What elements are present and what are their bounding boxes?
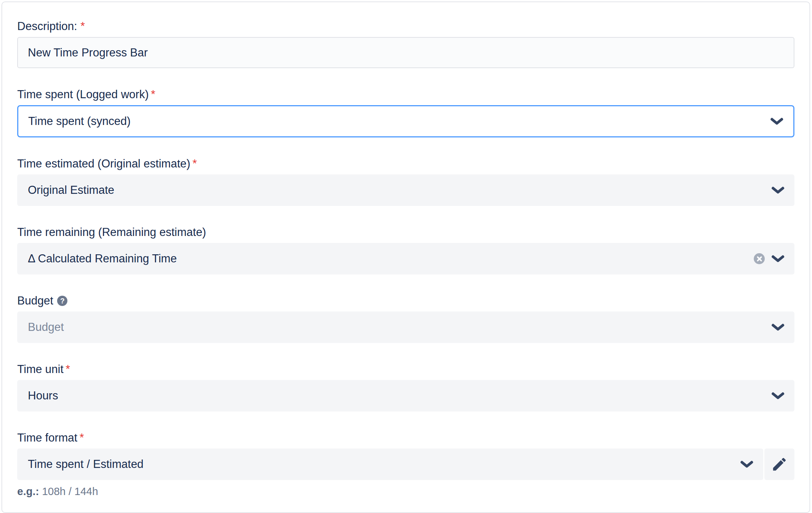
required-asterisk: *	[79, 432, 84, 444]
field-budget: Budget ? Budget	[17, 295, 794, 343]
required-asterisk: *	[81, 20, 85, 33]
chevron-down-icon	[771, 254, 785, 263]
chevron-down-icon	[771, 185, 785, 195]
time-format-row: Time spent / Estimated	[17, 449, 794, 480]
field-time-spent: Time spent (Logged work) * Time spent (s…	[17, 88, 794, 137]
time-spent-select[interactable]: Time spent (synced)	[17, 105, 794, 137]
chevron-down-icon	[771, 391, 785, 401]
time-progress-bar-config-panel: Description: * Time spent (Logged work) …	[1, 1, 810, 513]
required-asterisk: *	[66, 363, 70, 376]
time-spent-label-text: Time spent (Logged work)	[17, 88, 149, 101]
time-remaining-select-value: Δ Calculated Remaining Time	[28, 252, 177, 265]
field-description: Description: *	[17, 20, 794, 68]
chevron-down-icon	[740, 460, 754, 469]
budget-label: Budget ?	[17, 295, 794, 307]
example-prefix: e.g.:	[17, 486, 39, 497]
time-format-label-text: Time format	[17, 432, 77, 444]
time-remaining-label: Time remaining (Remaining estimate)	[17, 226, 794, 239]
budget-select[interactable]: Budget	[17, 311, 794, 343]
clear-selection-icon[interactable]	[754, 253, 765, 264]
description-label: Description: *	[17, 20, 794, 33]
time-estimated-select-value: Original Estimate	[28, 184, 114, 197]
field-time-format: Time format * Time spent / Estimated	[17, 432, 794, 498]
budget-label-text: Budget	[17, 295, 53, 307]
example-value: 108h / 144h	[42, 486, 98, 497]
help-icon[interactable]: ?	[57, 296, 67, 306]
config-form: Description: * Time spent (Logged work) …	[2, 2, 809, 498]
time-unit-select[interactable]: Hours	[17, 380, 794, 411]
time-format-label: Time format *	[17, 432, 794, 444]
edit-format-button[interactable]	[764, 449, 794, 480]
pencil-icon	[771, 456, 788, 473]
time-unit-label-text: Time unit	[17, 363, 63, 376]
time-spent-select-value: Time spent (synced)	[28, 115, 131, 128]
chevron-down-icon	[771, 322, 785, 332]
time-unit-select-value: Hours	[28, 389, 58, 402]
required-asterisk: *	[151, 88, 155, 101]
field-time-estimated: Time estimated (Original estimate) * Ori…	[17, 158, 794, 206]
time-format-select-value: Time spent / Estimated	[28, 458, 144, 471]
time-estimated-select[interactable]: Original Estimate	[17, 174, 794, 206]
field-time-unit: Time unit * Hours	[17, 363, 794, 411]
time-estimated-label-text: Time estimated (Original estimate)	[17, 158, 190, 170]
budget-select-placeholder: Budget	[28, 321, 64, 334]
time-unit-label: Time unit *	[17, 363, 794, 376]
description-label-text: Description:	[17, 20, 77, 33]
chevron-down-icon	[770, 117, 784, 126]
field-time-remaining: Time remaining (Remaining estimate) Δ Ca…	[17, 226, 794, 274]
time-format-example: e.g.:108h / 144h	[17, 486, 794, 498]
time-estimated-label: Time estimated (Original estimate) *	[17, 158, 794, 170]
description-input[interactable]	[17, 37, 794, 68]
time-spent-label: Time spent (Logged work) *	[17, 88, 794, 101]
required-asterisk: *	[193, 158, 197, 170]
time-remaining-label-text: Time remaining (Remaining estimate)	[17, 226, 206, 239]
time-format-select[interactable]: Time spent / Estimated	[17, 449, 763, 480]
time-remaining-select[interactable]: Δ Calculated Remaining Time	[17, 243, 794, 274]
